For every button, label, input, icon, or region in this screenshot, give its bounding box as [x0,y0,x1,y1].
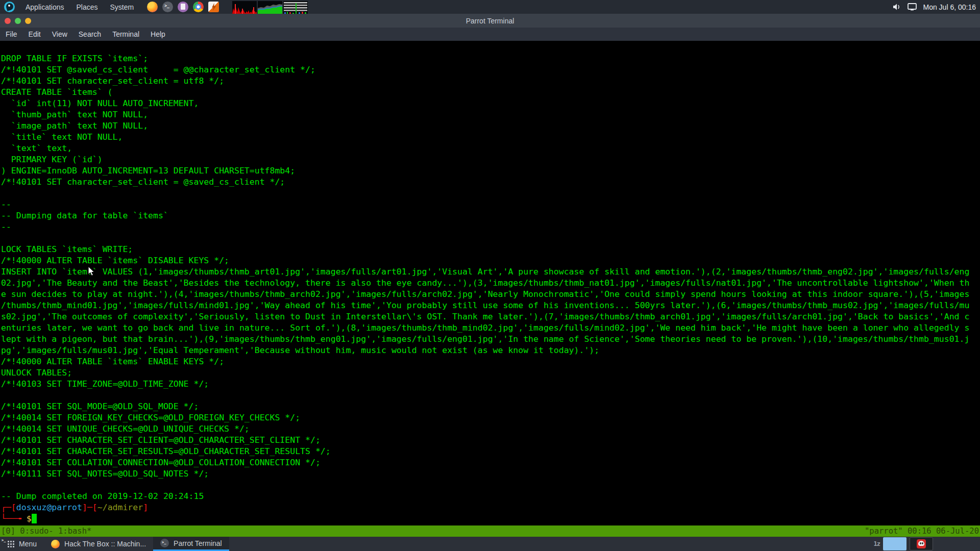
menu-search[interactable]: Search [73,28,107,41]
taskbar-menu-button[interactable]: Menu [0,537,44,551]
system-tray: Mon Jul 6, 00:16 [893,3,976,11]
terminal-line: -- [1,199,980,210]
terminal-line: -- Dumping data for table `items` [1,210,980,221]
terminal-line: └──╼ $ [1,513,980,524]
chrome-icon[interactable] [193,2,204,12]
menu-grid-icon [7,540,14,547]
terminal-line: /*!40014 SET FOREIGN_KEY_CHECKS=@OLD_FOR… [1,412,980,423]
terminal-line: e sun decides to play at night.'),(4,'im… [1,289,980,300]
terminal-line: `thumb_path` text NOT NULL, [1,109,980,120]
network-graph-icon [283,1,308,14]
task-parrot-terminal[interactable]: Parrot Terminal [153,537,229,551]
terminal-line: DROP TABLE IF EXISTS `items`; [1,53,980,64]
display-icon[interactable] [908,3,917,11]
terminal-line [1,390,980,401]
terminal-icon [160,539,169,547]
taskbar-menu-label: Menu [19,540,37,548]
terminal-line: UNLOCK TABLES; [1,367,980,379]
red-chat-app-icon [917,539,926,548]
task-label: Parrot Terminal [174,539,222,547]
menu-view[interactable]: View [46,28,73,41]
terminal-line [1,188,980,199]
terminal-menu-bar: File Edit View Search Terminal Help [0,28,980,41]
terminal-line: CREATE TABLE `items` ( [1,87,980,98]
terminal-line: pg','images/fulls/mus01.jpg','Equal Temp… [1,345,980,356]
volume-icon[interactable] [893,3,901,11]
task-hackthebox[interactable]: Hack The Box :: Machin... [44,537,153,551]
terminal-line: /*!40014 SET UNIQUE_CHECKS=@OLD_UNIQUE_C… [1,423,980,435]
menu-file[interactable]: File [0,28,23,41]
memory-graph-icon [258,1,282,14]
terminal-line: PRIMARY KEY (`id`) [1,154,980,165]
terminal-line: `title` text NOT NULL, [1,132,980,143]
desktop: Applications Places System [0,0,980,551]
terminal-line: /*!40101 SET SQL_MODE=@OLD_SQL_MODE */; [1,401,980,412]
parrot-logo-icon[interactable] [4,2,15,12]
tmux-host-clock: "parrot" 00:16 06-Jul-20 [865,527,979,536]
workspace-indicator-icon[interactable]: 1z [874,540,880,547]
tray-app-tile[interactable] [910,537,933,550]
terminal-line [1,233,980,244]
window-title: Parrot Terminal [0,17,980,25]
active-window-tile[interactable] [883,537,906,550]
firefox-icon [51,540,60,548]
terminal-line: ) ENGINE=InnoDB AUTO_INCREMENT=13 DEFAUL… [1,165,980,177]
terminal-line: /*!40000 ALTER TABLE `items` ENABLE KEYS… [1,356,980,367]
terminal-line: /*!40111 SET SQL_NOTES=@OLD_SQL_NOTES */… [1,468,980,480]
menu-system[interactable]: System [104,0,140,14]
terminal-line: /*!40101 SET CHARACTER_SET_RESULTS=@OLD_… [1,446,980,457]
terminal-line: /*!40101 SET character_set_client = @sav… [1,177,980,188]
text-editor-icon[interactable] [178,2,188,12]
terminal-output[interactable]: DROP TABLE IF EXISTS `items`;/*!40101 SE… [0,41,980,525]
menu-edit[interactable]: Edit [23,28,46,41]
menu-help[interactable]: Help [145,28,171,41]
terminal-line: /*!40103 SET TIME_ZONE=@OLD_TIME_ZONE */… [1,379,980,390]
terminal-line: /*!40000 ALTER TABLE `items` DISABLE KEY… [1,255,980,266]
taskbar: Menu Hack The Box :: Machin... Parrot Te… [0,537,980,551]
top-panel: Applications Places System [0,0,980,14]
terminal-line: `image_path` text NOT NULL, [1,120,980,132]
terminal-icon[interactable] [162,2,173,12]
terminal-line: s02.jpg','The outcomes of complexity','S… [1,311,980,322]
taskbar-right: 1z [874,537,980,551]
clock[interactable]: Mon Jul 6, 00:16 [923,3,976,11]
terminal-line: `text` text, [1,143,980,154]
terminal-line: lept with a pigeon, but that brain...'),… [1,334,980,345]
tmux-status-bar: [0] 0:sudo- 1:bash* "parrot" 00:16 06-Ju… [0,525,980,537]
menu-places[interactable]: Places [70,0,104,14]
terminal-line: /*!40101 SET character_set_client = utf8… [1,76,980,87]
terminal-line: 02.jpg','The Beauty and the Beast','Besi… [1,278,980,289]
terminal-line: enturies later, we want to go back and l… [1,322,980,334]
menu-applications[interactable]: Applications [19,0,70,14]
terminal-line: /*!40101 SET CHARACTER_SET_CLIENT=@OLD_C… [1,435,980,446]
terminal-line: /*!40101 SET @saved_cs_client = @@charac… [1,64,980,76]
quick-launchers [147,2,219,12]
window-title-bar: Parrot Terminal [0,14,980,28]
mouse-cursor [88,266,95,277]
terminal-line: LOCK TABLES `items` WRITE; [1,244,980,255]
system-monitor-graphs[interactable] [232,0,308,14]
menu-terminal[interactable]: Terminal [107,28,145,41]
cpu-graph-icon [232,1,257,14]
terminal-line: ┌─[dosxuz@parrot]─[~/admirer] [1,502,980,513]
terminal-line: `id` int(11) NOT NULL AUTO_INCREMENT, [1,98,980,109]
terminal-line [1,480,980,491]
terminal-line: /thumbs/thmb_mind01.jpg','images/fulls/m… [1,300,980,311]
task-label: Hack The Box :: Machin... [64,540,146,548]
tmux-windows[interactable]: [0] 0:sudo- 1:bash* [1,527,91,536]
terminal-line: -- [1,221,980,233]
power-tool-icon[interactable] [208,2,219,12]
terminal-line: INSERT INTO `items` VALUES (1,'images/th… [1,266,980,278]
terminal-line: -- Dump completed on 2019-12-02 20:24:15 [1,491,980,502]
firefox-icon[interactable] [147,2,158,12]
terminal-line: /*!40101 SET COLLATION_CONNECTION=@OLD_C… [1,457,980,468]
